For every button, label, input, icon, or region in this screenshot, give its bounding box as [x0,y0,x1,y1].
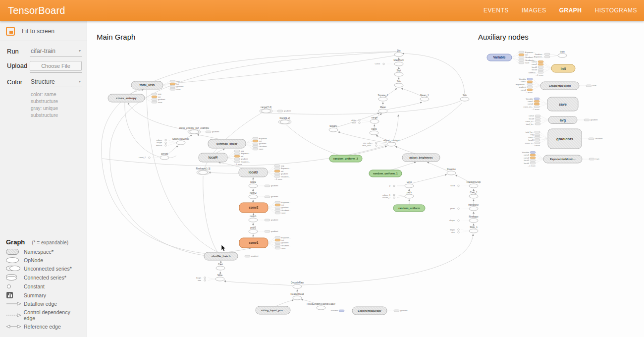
graph-edge [402,54,465,96]
svg-text:init: init [561,67,566,70]
svg-text:begin: begin [196,277,201,279]
graph-node-decode_raw[interactable]: DecodeRaw [291,281,304,289]
graph-node-sqrt[interactable]: Sqrt [394,69,403,77]
graph-node-range_q3[interactable]: range[?-3] [260,106,272,113]
choose-file-button[interactable]: Choose File [30,61,82,71]
graph-node-adjust_brightness[interactable]: adjust_brightness [402,154,440,162]
graph-node-sub_r[interactable]: Sub [460,94,469,102]
graph-node-cross_entropy[interactable]: cross_entropy [108,94,145,102]
graph-node-random_crop[interactable]: RandomCrop [467,181,481,188]
graph-node-string_input[interactable]: string_input_pro... [256,306,290,314]
graph-node-div[interactable]: Div [394,50,403,57]
graph-node-norm2[interactable]: norm2 [249,192,258,199]
svg-text:Exponen...: Exponen... [259,137,268,140]
graph-node-sub_c[interactable]: Sub [394,80,403,88]
graph-canvas[interactable]: total_lossavginitgradientsavecross_entro… [87,21,644,337]
graph-node-exp_decay[interactable]: ExponentialDecay [352,307,387,315]
svg-text:local3: local3 [532,66,537,68]
graph-node-random_uniform[interactable]: random_uniform [393,205,425,212]
fit-to-screen-icon[interactable] [6,27,15,36]
svg-text:Maximum: Maximum [394,59,404,61]
svg-text:Less: Less [407,181,412,183]
svg-text:Exponen...: Exponen... [281,236,291,239]
tab-events[interactable]: EVENTS [483,7,509,14]
graph-node-flrr[interactable]: FixedLengthRecordReader [307,303,335,310]
svg-text:Mean: Mean [380,106,386,109]
svg-text:start: start [352,121,356,124]
tab-histograms[interactable]: HISTOGRAMS [595,7,637,14]
graph-node-ema_aux[interactable]: ExponentialMovin... [543,155,582,163]
graph-node-pool1[interactable]: pool1 [249,226,258,234]
graph-node-transpose[interactable]: transpose [468,204,479,211]
color-value: Structure [30,77,82,87]
graph-node-norm1[interactable]: norm1 [249,215,258,223]
tab-images[interactable]: IMAGES [522,7,546,14]
graph-node-local4[interactable]: local4 [199,153,227,162]
graph-node-mean[interactable]: Mean [378,106,387,113]
graph-node-slice_1[interactable]: Slice_1 [469,226,478,233]
svg-text:cross_entropy: cross_entropy [116,97,137,100]
run-label: Run [7,47,30,55]
graph-node-rank[interactable]: Rank [370,128,378,135]
graph-node-reshape_r[interactable]: Reshape [469,216,479,223]
svg-text:init: init [259,140,262,142]
graph-node-shuffle_batch[interactable]: shuffle_batch [204,252,238,260]
svg-text:Exponen...: Exponen... [525,51,535,54]
graph-node-avg_aux[interactable]: avg [548,116,577,124]
mouse-cursor [221,245,225,251]
graph-node-cepe[interactable]: cross_entropy_per_example [179,127,210,134]
svg-text:init: init [158,96,161,98]
graph-node-sparse_to_dense[interactable]: SparseToDense [172,138,189,145]
graph-node-mean_1[interactable]: Mean_1 [420,94,429,102]
graph-node-concat[interactable]: concat [160,153,169,160]
graph-node-conv1[interactable]: conv1 [239,238,268,248]
svg-text:delta: delta [351,119,356,121]
graph-node-softmax_linear[interactable]: softmax_linear [208,139,246,148]
tab-graph[interactable]: GRAPH [559,7,582,14]
svg-text:norm2: norm2 [250,192,257,194]
graph-node-train_mini[interactable]: train [558,51,567,58]
dataflow-edge-icon [6,301,22,306]
graph-node-gradient_descent[interactable]: GradientDescent [540,82,579,90]
fit-to-screen-row: Fit to screen [0,21,87,41]
svg-text:avg: avg [176,80,179,82]
graph-node-local3[interactable]: local3 [239,168,268,177]
graph-node-square_c[interactable]: Square [329,125,338,132]
graph-node-cast_b[interactable]: Cast [216,263,225,271]
graph-node-conv2[interactable]: conv2 [239,203,268,213]
graph-node-total_loss[interactable]: total_loss [131,81,163,89]
svg-text:random_uniform: random_uniform [398,207,420,210]
graph-node-rank_12[interactable]: Rank[1-2] [278,117,291,124]
svg-text:Sub: Sub [397,80,401,83]
graph-node-cast_1[interactable]: Cast_1 [469,191,478,199]
graph-node-pack[interactable]: pack [405,191,414,199]
run-select[interactable]: cifar-train ▾ [30,47,82,56]
graph-node-init_aux[interactable]: init [551,64,575,72]
graph-node-save_aux[interactable]: save [547,97,578,111]
graph-node-gradients_aux[interactable]: gradients [548,129,582,149]
svg-text:Square: Square [329,125,337,127]
run-row: Run cifar-train ▾ [0,43,87,57]
svg-text:train: train [592,84,596,87]
graph-node-slice_b[interactable]: Slice [215,274,224,281]
graph-node-reshape_13[interactable]: Reshape[1-3] [196,168,211,175]
graph-node-square_1[interactable]: Square_1 [378,94,388,102]
legend-item-reference-edge: Reference edge [6,324,83,330]
svg-text:train: train [560,51,565,53]
graph-node-reverse[interactable]: Reverse [447,168,456,175]
graph-node-pool2[interactable]: pool2 [249,181,258,188]
graph-node-variable_aux[interactable]: Variable [487,54,512,61]
graph-node-random_uniform_2[interactable]: random_uniform_2 [329,155,362,162]
graph-node-reader_read[interactable]: ReaderRead [290,293,304,300]
svg-text:GradientDescent: GradientDescent [549,84,571,87]
color-select[interactable]: Structure ▾ [30,77,82,87]
svg-text:gradient: gradient [271,219,278,221]
graph-node-random_uniform_1[interactable]: random_uniform_1 [369,170,402,177]
svg-text:...1 more: ...1 more [525,91,533,94]
app-header: TensorBoard EVENTS IMAGES GRAPH HISTOGRA… [0,0,644,21]
color-help: color: same substructure gray: unique su… [0,88,87,119]
graph-node-maximum[interactable]: Maximum [394,59,404,66]
svg-text:conv2: conv2 [532,63,537,65]
graph-node-less[interactable]: Less [405,181,414,188]
graph-node-range_s[interactable]: range [370,116,379,124]
